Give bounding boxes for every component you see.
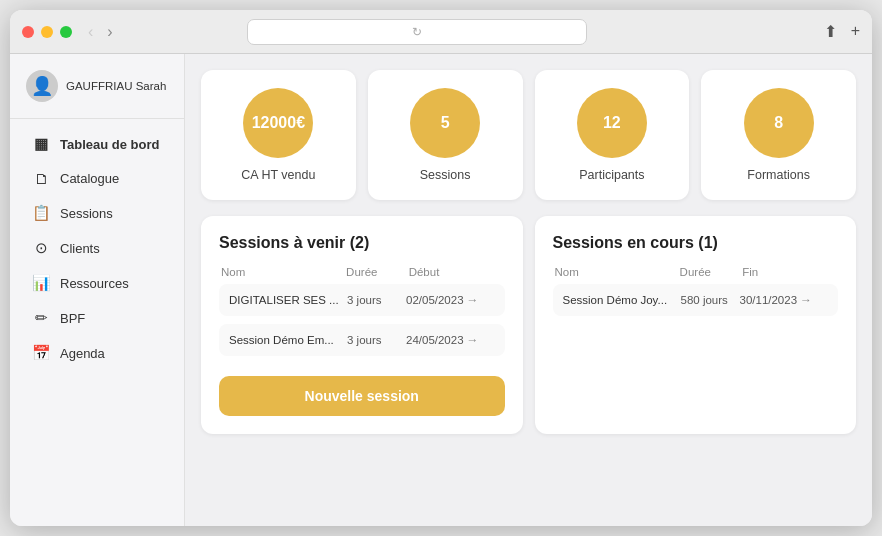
clients-icon: ⊙ [32, 239, 50, 257]
user-profile: 👤 GAUFFRIAU Sarah [10, 70, 184, 119]
sidebar-item-catalogue[interactable]: 🗋 Catalogue [16, 162, 178, 195]
toolbar-right: ⬆ + [824, 22, 860, 41]
sidebar-item-label: Ressources [60, 276, 129, 291]
sidebar-item-bpf[interactable]: ✏ BPF [16, 301, 178, 335]
minimize-button[interactable] [41, 26, 53, 38]
row-arrow-icon: → [467, 293, 479, 307]
row-nom-ec-0: Session Démo Joy... [563, 294, 681, 306]
sidebar-item-label: Catalogue [60, 171, 119, 186]
bpf-icon: ✏ [32, 309, 50, 327]
traffic-lights [22, 26, 72, 38]
panels-row: Sessions à venir (2) Nom Durée Début DIG… [201, 216, 856, 434]
sidebar-item-label: Sessions [60, 206, 113, 221]
sessions-a-venir-header: Nom Durée Début [219, 266, 505, 278]
catalogue-icon: 🗋 [32, 170, 50, 187]
sidebar: 👤 GAUFFRIAU Sarah ▦ Tableau de bord 🗋 Ca… [10, 54, 185, 526]
row-arrow-icon: → [467, 333, 479, 347]
col-fin-header: Fin [742, 266, 836, 278]
avatar: 👤 [26, 70, 58, 102]
sessions-a-venir-title: Sessions à venir (2) [219, 234, 505, 252]
sidebar-item-label: Tableau de bord [60, 137, 159, 152]
new-tab-icon[interactable]: + [851, 22, 860, 41]
close-button[interactable] [22, 26, 34, 38]
col-duree-header: Durée [346, 266, 409, 278]
sidebar-item-sessions[interactable]: 📋 Sessions [16, 196, 178, 230]
sidebar-item-ressources[interactable]: 📊 Ressources [16, 266, 178, 300]
row-arrow-icon: → [800, 293, 812, 307]
sidebar-item-label: BPF [60, 311, 85, 326]
col-duree-header-2: Durée [680, 266, 743, 278]
row-debut-1: 24/05/2023 → [406, 333, 495, 347]
stat-circle-formations: 8 [744, 88, 814, 158]
nouvelle-session-button[interactable]: Nouvelle session [219, 376, 505, 416]
sidebar-item-tableau-de-bord[interactable]: ▦ Tableau de bord [16, 127, 178, 161]
table-row[interactable]: Session Démo Joy... 580 jours 30/11/2023… [553, 284, 839, 316]
stat-label-sessions: Sessions [420, 168, 471, 182]
row-duree-0: 3 jours [347, 294, 406, 306]
row-nom-1: Session Démo Em... [229, 334, 347, 346]
stat-card-formations: 8 Formations [701, 70, 856, 200]
stat-label-formations: Formations [747, 168, 810, 182]
table-row[interactable]: DIGITALISER SES ... 3 jours 02/05/2023 → [219, 284, 505, 316]
stat-card-sessions: 5 Sessions [368, 70, 523, 200]
stat-circle-sessions: 5 [410, 88, 480, 158]
row-fin-ec-0: 30/11/2023 → [740, 293, 829, 307]
username: GAUFFRIAU Sarah [66, 80, 166, 92]
app-window: ‹ › ↻ ⬆ + 👤 GAUFFRIAU Sarah ▦ Tableau de… [10, 10, 872, 526]
stat-card-ca: 12000€ CA HT vendu [201, 70, 356, 200]
reload-icon: ↻ [412, 25, 422, 39]
dashboard-icon: ▦ [32, 135, 50, 153]
stat-card-participants: 12 Participants [535, 70, 690, 200]
stat-label-participants: Participants [579, 168, 644, 182]
address-bar[interactable]: ↻ [247, 19, 587, 45]
back-button[interactable]: ‹ [84, 21, 97, 43]
stats-row: 12000€ CA HT vendu 5 Sessions 12 Partici… [201, 70, 856, 200]
forward-button[interactable]: › [103, 21, 116, 43]
sidebar-item-agenda[interactable]: 📅 Agenda [16, 336, 178, 370]
sidebar-item-label: Agenda [60, 346, 105, 361]
row-duree-ec-0: 580 jours [681, 294, 740, 306]
sessions-icon: 📋 [32, 204, 50, 222]
share-icon[interactable]: ⬆ [824, 22, 837, 41]
row-nom-0: DIGITALISER SES ... [229, 294, 347, 306]
sessions-en-cours-title: Sessions en cours (1) [553, 234, 839, 252]
sidebar-item-label: Clients [60, 241, 100, 256]
sessions-a-venir-panel: Sessions à venir (2) Nom Durée Début DIG… [201, 216, 523, 434]
titlebar: ‹ › ↻ ⬆ + [10, 10, 872, 54]
sessions-en-cours-panel: Sessions en cours (1) Nom Durée Fin Sess… [535, 216, 857, 434]
ressources-icon: 📊 [32, 274, 50, 292]
col-nom-header-2: Nom [555, 266, 680, 278]
table-row[interactable]: Session Démo Em... 3 jours 24/05/2023 → [219, 324, 505, 356]
main-content: 12000€ CA HT vendu 5 Sessions 12 Partici… [185, 54, 872, 526]
app-content: 👤 GAUFFRIAU Sarah ▦ Tableau de bord 🗋 Ca… [10, 54, 872, 526]
maximize-button[interactable] [60, 26, 72, 38]
agenda-icon: 📅 [32, 344, 50, 362]
col-nom-header: Nom [221, 266, 346, 278]
sessions-en-cours-header: Nom Durée Fin [553, 266, 839, 278]
col-debut-header: Début [409, 266, 503, 278]
row-debut-0: 02/05/2023 → [406, 293, 495, 307]
row-duree-1: 3 jours [347, 334, 406, 346]
stat-label-ca: CA HT vendu [241, 168, 315, 182]
stat-circle-ca: 12000€ [243, 88, 313, 158]
stat-circle-participants: 12 [577, 88, 647, 158]
nav-buttons: ‹ › [84, 21, 117, 43]
sidebar-item-clients[interactable]: ⊙ Clients [16, 231, 178, 265]
